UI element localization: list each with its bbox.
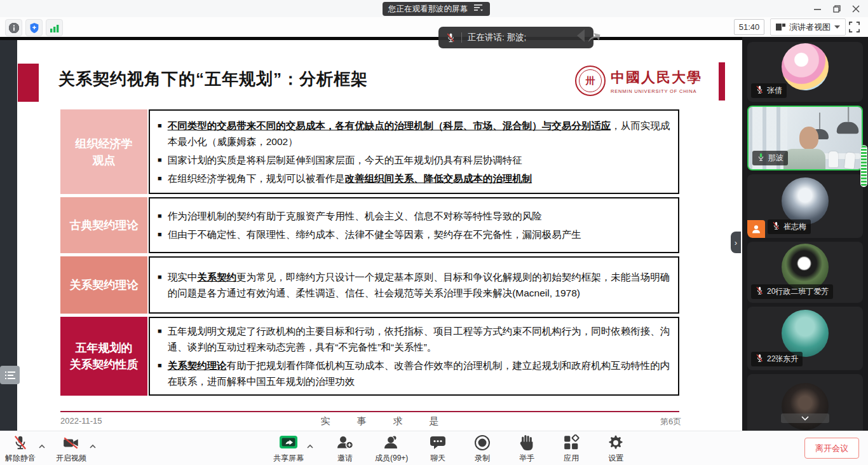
slide-bullet: ■五年规划明文规定了行政机构的主要目标和行动，依托指标、项目工程等方式约束不同机… — [155, 323, 670, 355]
invite-person-icon — [336, 434, 354, 452]
record-button[interactable]: 录制 — [468, 434, 497, 464]
participant-name: 20行政二班丁爱芳 — [767, 286, 829, 297]
block-label: 关系契约理论 — [60, 256, 147, 314]
block-content: ■不同类型的交易带来不同的交易成本，各有优缺点的治理机制（科层、市场、混合制）与… — [149, 109, 679, 194]
university-seal-icon: 卅 — [575, 66, 606, 96]
bottom-toolbar: 解除静音 开启视频 共享屏幕 邀请 成员 — [0, 431, 868, 465]
slide-title: 关系契约视角下的“五年规划”：分析框架 — [58, 68, 368, 90]
minimize-button[interactable] — [808, 1, 827, 17]
slide-bullet: ■但由于不确定性、有限理性、缔约成本、法律不健全等因素，契约存在不完备性，漏洞极… — [155, 226, 670, 242]
avatar — [782, 310, 829, 357]
view-mode-label: 演讲者视图 — [789, 22, 831, 33]
participants-sidebar: 张倩那波崔志梅20行政二班丁爱芳22张东升 — [742, 37, 868, 431]
leave-meeting-button[interactable]: 离开会议 — [804, 438, 859, 459]
slide-page-number: 第6页 — [660, 416, 681, 427]
active-speaker-text: 正在讲话: 那波; — [468, 32, 526, 43]
meeting-info-icon[interactable] — [5, 19, 22, 36]
bullet-marker: ■ — [158, 327, 162, 355]
participant-name: 张倩 — [767, 85, 782, 96]
members-button[interactable]: 成员(99+) — [375, 434, 408, 464]
avatar — [782, 177, 829, 225]
slide-block-row: 组织经济学观点■不同类型的交易带来不同的交易成本，各有优缺点的治理机制（科层、市… — [60, 109, 679, 194]
status-toolbar: 51:40 演讲者视图 — [0, 17, 868, 37]
sidebar-collapse-tab[interactable]: › — [731, 232, 741, 253]
block-label: 古典契约理论 — [60, 197, 147, 253]
camera-off-icon — [62, 434, 80, 452]
apps-button[interactable]: 应用 — [557, 434, 586, 464]
close-button[interactable] — [846, 1, 865, 17]
annotation-arrows-icon — [574, 28, 602, 46]
university-logo: 卅 中國人民大學 RENMIN UNIVERSITY OF CHINA — [575, 66, 702, 96]
slide-block-row: 古典契约理论■作为治理机制的契约有助于克服资产专用性、机会主义、信息不对称等特性… — [60, 197, 679, 253]
participant-tile[interactable]: 张倩 — [747, 42, 863, 102]
participant-name: 那波 — [768, 153, 783, 163]
slide-bullet: ■不同类型的交易带来不同的交易成本，各有优缺点的治理机制（科层、市场、混合制）与… — [155, 118, 670, 149]
hand-raised-badge — [747, 220, 765, 238]
meeting-timer: 51:40 — [734, 19, 764, 35]
window-controls — [808, 0, 865, 17]
active-speaker-banner: 正在讲话: 那波; — [438, 27, 593, 48]
participant-name: 22张东升 — [767, 354, 798, 364]
participant-tile[interactable]: 20行政二班丁爱芳 — [747, 242, 863, 303]
raise-hand-button[interactable]: 举手 — [512, 434, 541, 464]
slide-footer-rule — [60, 411, 679, 412]
fullscreen-button[interactable] — [846, 19, 862, 34]
meeting-window: 您正在观看那波的屏幕 51:40 演讲者视图 正在讲话: 那波; 关系契约视角下… — [0, 0, 868, 465]
university-name-cn: 中國人民大學 — [611, 68, 702, 87]
unmute-button[interactable]: 解除静音 — [5, 434, 36, 464]
divider — [461, 32, 462, 43]
video-options-caret[interactable] — [89, 440, 97, 452]
avatar — [782, 244, 829, 291]
mic-muted-icon — [446, 32, 456, 43]
participant-tile[interactable]: 崔志梅 — [747, 174, 863, 238]
participant-tile[interactable]: 22张东升 — [747, 307, 863, 370]
participant-tile[interactable]: 那波 — [747, 106, 863, 170]
bullet-marker: ■ — [158, 174, 162, 186]
participant-name-tag: 张倩 — [751, 83, 787, 98]
share-screen-icon — [279, 434, 298, 452]
network-signal-icon[interactable] — [46, 19, 63, 36]
members-icon — [383, 434, 400, 452]
restore-button[interactable] — [827, 1, 846, 17]
slide-bullet: ■在组织经济学视角下，规划可以被看作是改善组织间关系、降低交易成本的治理机制 — [155, 170, 670, 186]
share-screen-button[interactable]: 共享屏幕 — [273, 434, 304, 464]
mic-on-icon — [757, 153, 765, 163]
slide-bullet: ■关系契约理论有助于把规划看作降低机构互动成本、改善合作效率的治理机制，建立起规… — [155, 357, 670, 389]
slide-bullet: ■作为治理机制的契约有助于克服资产专用性、机会主义、信息不对称等特性导致的风险 — [155, 208, 670, 224]
watching-banner-text: 您正在观看那波的屏幕 — [388, 4, 468, 15]
scroll-more-participants-button[interactable] — [781, 413, 829, 423]
start-video-button[interactable]: 开启视频 — [56, 434, 86, 464]
university-name-en: RENMIN UNIVERSITY OF CHINA — [611, 88, 702, 94]
sidebar-list-toggle[interactable] — [0, 366, 20, 384]
invite-button[interactable]: 邀请 — [330, 434, 360, 464]
watching-banner[interactable]: 您正在观看那波的屏幕 — [383, 2, 490, 16]
mic-muted-icon — [12, 434, 29, 452]
mic-muted-icon — [756, 85, 764, 96]
banner-menu-icon[interactable] — [474, 4, 484, 13]
slide-block-row: 五年规划的关系契约性质■五年规划明文规定了行政机构的主要目标和行动，依托指标、项… — [60, 317, 679, 396]
bullet-marker: ■ — [158, 230, 162, 242]
mic-muted-icon — [772, 221, 780, 232]
sidebar-scrollbar[interactable] — [860, 145, 867, 187]
view-mode-selector[interactable]: 演讲者视图 — [770, 18, 846, 36]
security-shield-icon[interactable] — [25, 19, 43, 36]
chat-button[interactable]: 聊天 — [423, 434, 452, 464]
participant-name-tag: 20行政二班丁爱芳 — [751, 284, 833, 299]
bullet-marker: ■ — [158, 361, 162, 389]
slide-motto: 实事求是 — [321, 415, 466, 427]
mic-muted-icon — [756, 286, 764, 297]
participant-name-tag: 崔志梅 — [768, 219, 811, 234]
mute-options-caret[interactable] — [38, 440, 46, 452]
block-content: ■现实中关系契约更为常见，即缔约方只设计一个规定基本原则、目标和争议化解规则的初… — [149, 256, 679, 314]
block-content: ■五年规划明文规定了行政机构的主要目标和行动，依托指标、项目工程等方式约束不同机… — [149, 317, 679, 396]
share-options-caret[interactable] — [306, 440, 314, 464]
block-label: 五年规划的关系契约性质 — [60, 317, 147, 396]
bullet-marker: ■ — [158, 156, 162, 168]
shared-screen: 关系契约视角下的“五年规划”：分析框架 卅 中國人民大學 RENMIN UNIV… — [17, 40, 742, 431]
slide-accent-bar — [719, 62, 725, 101]
settings-button[interactable]: 设置 — [601, 434, 630, 464]
bullet-marker: ■ — [158, 273, 162, 301]
participant-name-tag: 那波 — [752, 151, 788, 165]
chat-bubble-icon — [430, 434, 446, 452]
slide-bullet: ■现实中关系契约更为常见，即缔约方只设计一个规定基本原则、目标和争议化解规则的初… — [155, 269, 670, 301]
